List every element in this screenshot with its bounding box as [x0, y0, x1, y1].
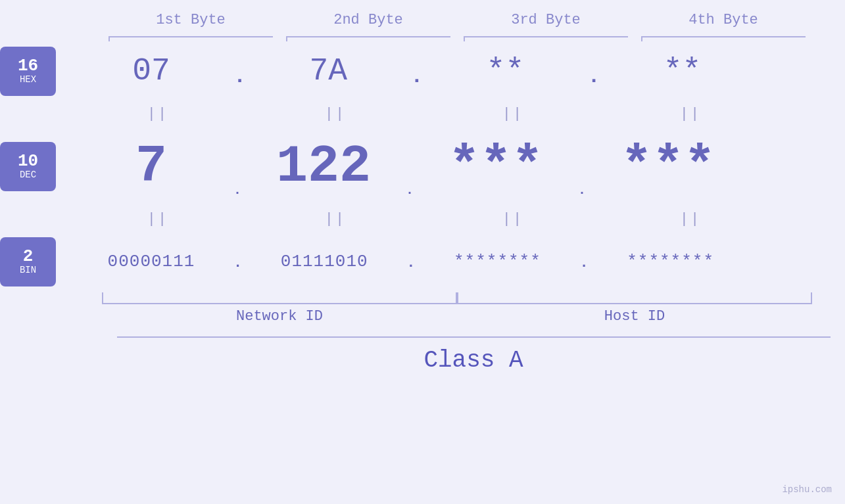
eq2-b2: || [247, 211, 424, 227]
bin-base-label: BIN [20, 265, 36, 276]
byte4-header: 4th Byte [635, 12, 812, 28]
bin-row: 2 BIN 00000111 . 01111010 . ******** . *… [0, 232, 845, 291]
watermark: ipshu.com [782, 484, 832, 495]
eq1-b3: || [424, 106, 602, 122]
eq1-b4: || [602, 106, 779, 122]
byte3-header: 3rd Byte [457, 12, 635, 28]
hex-row: 16 HEX 07 . 7A . ** . ** [0, 41, 845, 101]
hex-byte3-value: ** [487, 53, 525, 89]
main-container: 1st Byte 2nd Byte 3rd Byte 4th Byte 16 H… [0, 0, 845, 504]
dec-badge: 10 DEC [0, 142, 56, 191]
network-id-label: Network ID [102, 308, 457, 325]
bin-byte4-value: ******** [627, 252, 714, 271]
dec-row: 10 DEC 7 . 122 . *** . *** [0, 127, 845, 206]
byte2-top-bracket [279, 30, 457, 41]
hex-base-number: 16 [18, 57, 38, 74]
bracket-label-row: Network ID Host ID [102, 308, 812, 325]
eq2-b1: || [69, 211, 247, 227]
hex-byte4-cell: ** [594, 53, 771, 89]
bin-byte1-value: 00000111 [108, 252, 195, 271]
bottom-bracket-section: Network ID Host ID [0, 292, 845, 325]
dec-byte3-value: *** [448, 137, 543, 196]
host-id-label: Host ID [457, 308, 812, 325]
bin-byte3-cell: ******** [408, 252, 586, 271]
bin-byte4-cell: ******** [582, 252, 760, 271]
eq1-b2: || [247, 106, 424, 122]
dec-byte1-cell: 7 [62, 137, 240, 196]
equals-row-2: || || || || [0, 206, 845, 232]
hex-byte1-value: 07 [132, 53, 170, 89]
host-id-bracket [457, 292, 812, 304]
hex-byte2-cell: 7A [239, 53, 417, 89]
dec-byte2-value: 122 [276, 137, 371, 196]
hex-byte1-cell: 07 [62, 53, 240, 89]
bin-byte2-value: 01111010 [281, 252, 368, 271]
class-label: Class A [117, 336, 831, 374]
dec-byte1-value: 7 [135, 137, 167, 196]
byte2-header: 2nd Byte [279, 12, 457, 28]
hex-base-label: HEX [20, 74, 36, 85]
bin-base-number: 2 [23, 248, 34, 265]
dec-byte4-cell: *** [579, 137, 757, 196]
top-brackets [0, 30, 845, 41]
eq1-b1: || [69, 106, 247, 122]
dec-byte3-cell: *** [407, 137, 585, 196]
dec-values: 7 . 122 . *** . *** [62, 137, 845, 196]
hex-badge: 16 HEX [0, 47, 56, 96]
byte1-top-bracket [102, 30, 279, 41]
dec-byte4-value: *** [621, 137, 715, 196]
bin-badge: 2 BIN [0, 237, 56, 286]
eq2-b3: || [424, 211, 602, 227]
class-section: Class A [117, 336, 831, 374]
eq2-b4: || [602, 211, 779, 227]
bin-byte3-value: ******** [454, 252, 541, 271]
bin-byte1-cell: 00000111 [62, 252, 240, 271]
hex-values: 07 . 7A . ** . ** [62, 53, 845, 89]
byte3-top-bracket [457, 30, 635, 41]
bin-values: 00000111 . 01111010 . ******** . *******… [62, 252, 845, 271]
byte1-header: 1st Byte [102, 12, 279, 28]
byte-headers-row: 1st Byte 2nd Byte 3rd Byte 4th Byte [0, 12, 845, 28]
dec-base-label: DEC [20, 170, 36, 181]
hex-byte3-cell: ** [416, 53, 594, 89]
bin-byte2-cell: 01111010 [235, 252, 413, 271]
hex-byte4-value: ** [664, 53, 702, 89]
byte4-top-bracket [635, 30, 812, 41]
network-id-bracket [102, 292, 457, 304]
hex-byte2-value: 7A [309, 53, 347, 89]
dec-base-number: 10 [18, 152, 38, 170]
equals-row-1: || || || || [0, 101, 845, 127]
bottom-bracket-row [102, 292, 819, 304]
dec-byte2-cell: 122 [235, 137, 412, 196]
